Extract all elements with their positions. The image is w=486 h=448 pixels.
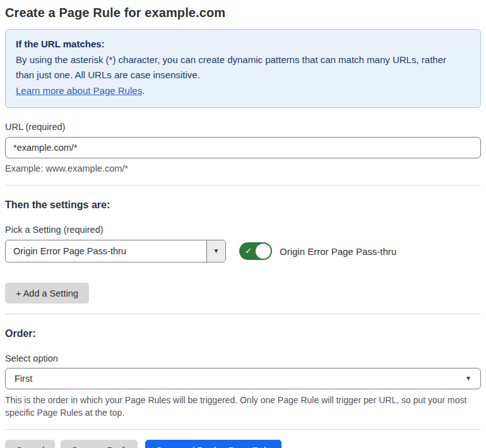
setting-dropdown[interactable]: Origin Error Page Pass-thru ▼ <box>5 240 226 262</box>
cancel-button[interactable]: Cancel <box>5 440 55 448</box>
url-label: URL (required) <box>5 122 481 133</box>
divider <box>5 185 481 186</box>
order-select[interactable]: First ▼ <box>5 368 481 389</box>
settings-section-heading: Then the settings are: <box>5 199 481 211</box>
setting-dropdown-arrow-button[interactable]: ▼ <box>206 240 225 262</box>
page-title: Create a Page Rule for example.com <box>5 5 481 20</box>
divider <box>5 314 481 314</box>
info-box-link-row: Learn more about Page Rules. <box>16 83 470 98</box>
add-setting-button[interactable]: + Add a Setting <box>5 283 89 304</box>
url-input[interactable] <box>5 137 481 158</box>
link-period: . <box>142 85 145 96</box>
order-select-value: First <box>15 374 32 384</box>
toggle-knob <box>256 244 271 259</box>
url-field-group: URL (required) Example: www.example.com/… <box>5 122 481 175</box>
check-icon: ✓ <box>245 247 252 255</box>
url-example-helper: Example: www.example.com/* <box>5 162 481 175</box>
save-as-draft-button[interactable]: Save as Draft <box>61 440 138 448</box>
info-box-heading: If the URL matches: <box>16 37 470 51</box>
divider <box>5 429 481 430</box>
setting-toggle-label: Origin Error Page Pass-thru <box>280 246 396 257</box>
select-option-label: Select option <box>5 353 481 364</box>
url-match-info-box: If the URL matches: By using the asteris… <box>5 29 481 108</box>
info-box-body: By using the asterisk (*) character, you… <box>16 52 467 83</box>
footer-actions: Cancel Save as Draft Save and Deploy Pag… <box>5 440 481 448</box>
setting-dropdown-value: Origin Error Page Pass-thru <box>6 240 206 262</box>
setting-row: Origin Error Page Pass-thru ▼ ✓ Origin E… <box>5 240 481 262</box>
chevron-down-icon: ▼ <box>465 375 471 382</box>
order-section-heading: Order: <box>5 327 481 339</box>
save-and-deploy-button[interactable]: Save and Deploy Page Rule <box>145 440 282 448</box>
create-page-rule-form: Create a Page Rule for example.com If th… <box>0 0 486 448</box>
setting-toggle[interactable]: ✓ <box>239 242 272 260</box>
order-helper-text: This is the order in which your Page Rul… <box>5 394 481 419</box>
pick-setting-label: Pick a Setting (required) <box>5 225 481 235</box>
learn-more-link[interactable]: Learn more about Page Rules <box>16 85 142 96</box>
chevron-down-icon: ▼ <box>213 248 220 254</box>
